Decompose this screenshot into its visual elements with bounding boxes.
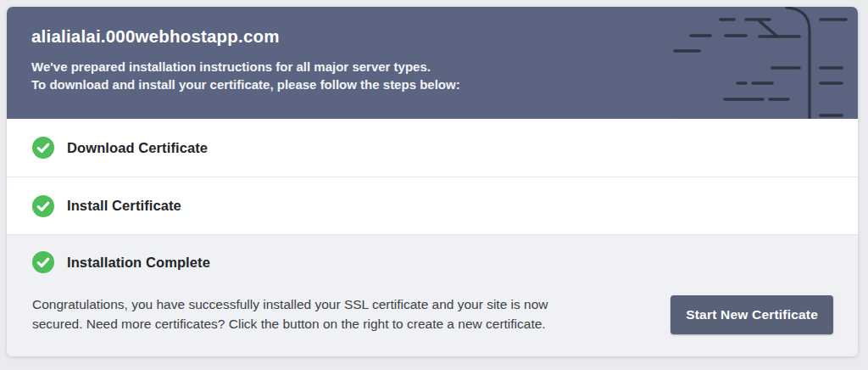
step-download-certificate[interactable]: Download Certificate: [7, 119, 858, 177]
step-label: Install Certificate: [67, 198, 181, 214]
step-label: Installation Complete: [67, 255, 210, 271]
step-label: Download Certificate: [67, 140, 208, 156]
check-icon: [32, 251, 54, 273]
domain-title: alialialai.000webhostapp.com: [31, 25, 858, 48]
card-header: alialialai.000webhostapp.com We've prepa…: [7, 7, 858, 119]
header-instructions: We've prepared installation instructions…: [31, 58, 858, 93]
certificate-install-card: alialialai.000webhostapp.com We've prepa…: [7, 7, 858, 356]
step-installation-complete-header[interactable]: Installation Complete: [7, 235, 858, 289]
congratulations-message: Congratulations, you have successfully i…: [32, 294, 598, 334]
step-install-certificate[interactable]: Install Certificate: [7, 177, 858, 234]
step-installation-complete-body: Congratulations, you have successfully i…: [7, 289, 858, 334]
start-new-certificate-button[interactable]: Start New Certificate: [670, 295, 833, 334]
header-instructions-line1: We've prepared installation instructions…: [31, 58, 858, 76]
check-icon: [32, 195, 54, 217]
header-instructions-line2: To download and install your certificate…: [31, 76, 858, 93]
check-icon: [32, 137, 54, 159]
step-installation-complete: Installation Complete Congratulations, y…: [7, 234, 858, 356]
